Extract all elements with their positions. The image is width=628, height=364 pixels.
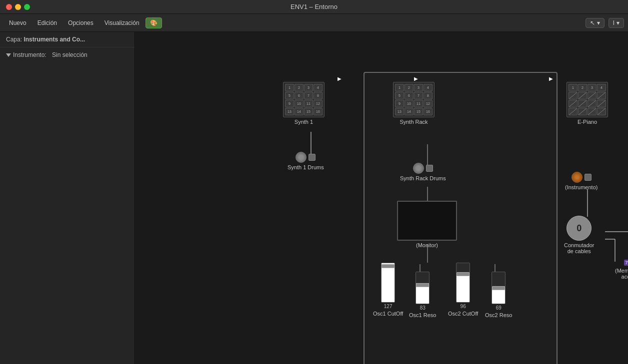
layer-value: Instruments and Co... (24, 36, 85, 43)
memorizador-badge: 7ff (624, 260, 628, 266)
ePiano-node[interactable]: 1 2 3 4 (566, 82, 608, 125)
sidebar-instrument: Instrumento: Sin selección (0, 47, 134, 62)
synthRackdrums-node[interactable]: Synth Rack Drums (400, 163, 446, 181)
conmutador-node[interactable]: 0 Conmutador de cables (564, 216, 594, 254)
color-button[interactable]: 🎨 (146, 17, 162, 28)
close-button[interactable] (6, 4, 12, 10)
toolbar: Nuevo Edición Opciones Visualización 🎨 ↖… (0, 14, 628, 32)
ep-cell-9 (568, 100, 578, 107)
opciones-menu[interactable]: Opciones (63, 17, 98, 28)
cursor-tool[interactable]: ↖ ▾ (586, 18, 604, 28)
ep-cell-16 (597, 108, 606, 115)
synthRackdrums-label: Synth Rack Drums (400, 175, 446, 181)
text-dropdown-icon: ▾ (616, 19, 620, 26)
fullscreen-button[interactable] (24, 4, 30, 10)
svg-line-15 (578, 92, 586, 99)
svg-line-24 (588, 108, 596, 115)
synth1-node[interactable]: 1 2 3 4 5 6 7 8 9 10 11 12 13 14 15 16 (283, 82, 324, 125)
synth1-grid: 1 2 3 4 5 6 7 8 9 10 11 12 13 14 15 16 (283, 82, 324, 117)
sr-cell-1: 1 (395, 84, 404, 91)
sr-cell-16: 16 (424, 108, 432, 115)
synth1drums-icon (296, 152, 316, 163)
synthRack-node[interactable]: 1 2 3 4 5 6 7 8 9 10 11 12 13 14 15 16 (393, 82, 434, 125)
synth1-cell-1: 1 (285, 84, 294, 91)
svg-line-25 (598, 108, 606, 115)
synth1-cell-11: 11 (304, 100, 313, 107)
osc1cutoff-label: Osc1 CutOff (373, 311, 403, 317)
synth1-cell-15: 15 (304, 108, 313, 115)
traffic-lights (6, 4, 30, 10)
svg-line-14 (569, 92, 577, 99)
synth1drums-label: Synth 1 Drums (288, 164, 324, 170)
osc2reso-handle[interactable] (492, 286, 505, 290)
visualizacion-menu[interactable]: Visualización (100, 17, 144, 28)
svg-line-22 (569, 108, 577, 115)
memorizador-node[interactable]: 7ff (Memorizador acordes) (615, 259, 628, 280)
play-arrow-synthRack: ▶ (414, 76, 418, 81)
sr-cell-3: 3 (414, 84, 423, 91)
osc1cutoff-handle[interactable] (382, 264, 394, 268)
osc2cutoff-node[interactable]: 96 Osc2 CutOff (448, 263, 478, 317)
synthRack-grid: 1 2 3 4 5 6 7 8 9 10 11 12 13 14 15 16 (393, 82, 434, 117)
synthRackdrums-icon (413, 163, 433, 174)
canvas-area[interactable]: Synth Rack ▶ ▶ ▶ 1 2 3 4 5 6 7 8 9 10 11 (135, 32, 628, 364)
osc2cutoff-handle[interactable] (456, 272, 470, 276)
synth1-cell-3: 3 (304, 84, 313, 91)
main: Capa: Instruments and Co... Instrumento:… (0, 32, 628, 364)
ep-cell-2: 2 (578, 84, 587, 91)
osc1reso-handle[interactable] (416, 283, 429, 287)
sr-cell-5: 5 (395, 92, 404, 99)
ep-cell-4: 4 (597, 84, 606, 91)
osc1cutoff-node[interactable]: 127 Osc1 CutOff (373, 263, 403, 317)
ep-cell-8 (597, 92, 606, 99)
text-tool[interactable]: I ▾ (608, 18, 624, 28)
osc2reso-fader[interactable] (492, 272, 506, 304)
monitor-label: (Monitor) (416, 242, 438, 248)
sr-cell-2: 2 (404, 84, 414, 91)
titlebar: ENV1 – Entorno (0, 0, 628, 14)
osc1reso-node[interactable]: 83 Osc1 Reso (409, 272, 436, 318)
instrument-prefix: Instrumento: (13, 51, 46, 58)
ep-cell-3: 3 (588, 84, 596, 91)
synth1-cell-5: 5 (285, 92, 294, 99)
sr-cell-8: 8 (424, 92, 432, 99)
osc1cutoff-fader[interactable] (381, 263, 395, 303)
osc1reso-fader[interactable] (416, 272, 430, 304)
toolbar-right: ↖ ▾ I ▾ (586, 18, 624, 28)
nuevo-menu[interactable]: Nuevo (4, 17, 32, 28)
osc2cutoff-value: 96 (460, 304, 466, 309)
ep-cell-15 (588, 108, 596, 115)
osc2reso-node[interactable]: 69 Osc2 Reso (485, 272, 512, 318)
svg-line-16 (588, 92, 596, 99)
sr-cell-15: 15 (414, 108, 423, 115)
sr-cell-7: 7 (414, 92, 423, 99)
osc1reso-label: Osc1 Reso (409, 312, 436, 318)
play-arrow-synth1: ▶ (338, 76, 342, 81)
collapse-icon[interactable] (6, 53, 11, 57)
ePiano-label: E-Piano (578, 119, 597, 125)
monitor-node[interactable]: (Monitor) (397, 201, 457, 248)
cursor-dropdown-icon: ▾ (597, 19, 600, 26)
svg-line-21 (598, 100, 606, 107)
sr-cell-14: 14 (404, 108, 414, 115)
minimize-button[interactable] (15, 4, 21, 10)
window-title: ENV1 – Entorno (290, 3, 338, 10)
ep-cell-14 (578, 108, 587, 115)
sidebar: Capa: Instruments and Co... Instrumento:… (0, 32, 135, 364)
play-arrow-ePiano: ▶ (549, 76, 553, 81)
conmutador-dial[interactable]: 0 (566, 216, 592, 241)
sidebar-layer: Capa: Instruments and Co... (0, 32, 134, 47)
synth1drums-node[interactable]: Synth 1 Drums (288, 152, 324, 170)
instrumento-node[interactable]: (Instrumento) (565, 172, 598, 190)
sr-cell-9: 9 (395, 100, 404, 107)
ep-cell-13 (568, 108, 578, 115)
sr-cell-6: 6 (404, 92, 414, 99)
memorizador-label: (Memorizador acordes) (615, 268, 628, 280)
osc2cutoff-fader[interactable] (456, 263, 470, 303)
cursor-icon: ↖ (590, 19, 595, 26)
edicion-menu[interactable]: Edición (32, 17, 62, 28)
text-icon: I (613, 19, 614, 26)
instrument-value: Sin selección (52, 51, 88, 58)
synth1-cell-12: 12 (314, 100, 322, 107)
ep-cell-5 (568, 92, 578, 99)
